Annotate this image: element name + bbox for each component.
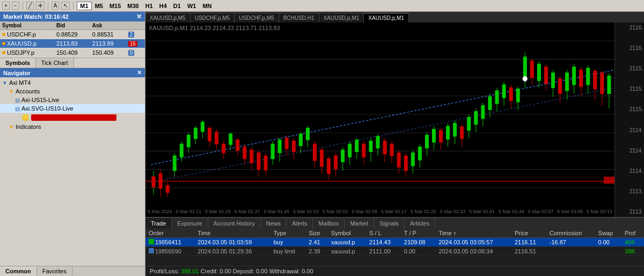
market-watch-title: Market Watch: 03:16:42 (3, 13, 69, 20)
tr-order-0: 19856411 (145, 238, 194, 247)
chart-tab-1[interactable]: USDCHF,p,M5 (191, 13, 235, 23)
tr-order-1: 19856590 (145, 247, 194, 256)
terminal-tab-signals[interactable]: Signals (374, 218, 405, 229)
timeframe-btn-m30[interactable]: M30 (124, 2, 142, 10)
toolbar-crosshair-btn[interactable]: ✛ (36, 2, 45, 10)
chart-container[interactable]: XAUUSD,p,M1 2114.23 2114.23 2113.71 2113… (145, 23, 644, 217)
chart-tab-4[interactable]: XAUUSD,p,M1 (319, 13, 364, 23)
time-label-12: 5 Mar 02:49 (499, 209, 524, 214)
svg-rect-53 (292, 141, 295, 152)
profit-loss-bar: Profit/Loss: 388.01 Credit: 0.00 Deposit… (145, 266, 644, 276)
time-label-7: 5 Mar 02:09 (352, 209, 377, 214)
svg-rect-113 (502, 85, 506, 98)
svg-rect-55 (299, 134, 302, 146)
navigator-close[interactable]: ✕ (137, 69, 142, 76)
toolbar-cursor-btn[interactable]: ↖ (61, 2, 70, 10)
svg-rect-61 (320, 150, 323, 166)
svg-rect-83 (397, 153, 400, 167)
col-ask: Ask (90, 21, 126, 30)
navigator-header: Navigator ✕ (0, 68, 145, 77)
svg-rect-123 (537, 64, 540, 81)
tr-symbol-1: xauusd.p (328, 247, 366, 256)
terminal-tab-articles[interactable]: Articles (405, 218, 435, 229)
toolbar-line-btn[interactable]: ╱ (26, 2, 34, 10)
terminal-tab-alerts[interactable]: Alerts (287, 218, 313, 229)
nav-icon-2: ▤ (15, 97, 20, 103)
terminal-row-19856411[interactable]: 19856411 2024.03.05 01:03:59 buy 2.41 xa… (145, 238, 644, 247)
market-watch-row-usdjpy.p[interactable]: USDJPY.p 150.409 150.409 0 (0, 48, 145, 57)
svg-rect-33 (222, 144, 225, 153)
nav-item-axi-svg-us10-live[interactable]: ▤Axi.SVG-US10-Live (0, 104, 145, 113)
nav-item-indicators[interactable]: ▼Indicators (0, 122, 145, 131)
svg-rect-139 (594, 71, 597, 89)
chart-tabs: XAUUSD,p,M5USDCHF,p,M5USDCHF,p,M5BCHUSD,… (145, 12, 644, 23)
chart-area: XAUUSD,p,M5USDCHF,p,M5USDCHF,p,M5BCHUSD,… (145, 12, 644, 217)
toolbar-text-btn[interactable]: A (52, 2, 60, 10)
terminal-tab-news[interactable]: News (261, 218, 287, 229)
toolbar-sep-2 (48, 2, 48, 10)
svg-rect-137 (587, 68, 590, 85)
svg-rect-59 (313, 144, 316, 161)
price-2115a: 2115. (616, 66, 643, 71)
terminal-tab-market[interactable]: Market (345, 218, 374, 229)
svg-rect-35 (229, 134, 232, 144)
time-label-0: 5 Mar 2024 (148, 209, 172, 214)
timeframe-btn-h4[interactable]: H4 (156, 2, 170, 10)
chart-tab-0[interactable]: XAUUSD,p,M5 (145, 13, 191, 23)
nav-item-46-------------[interactable]: 🪙46■■■■■■■■■■■■■ (0, 113, 145, 122)
terminal-tab-mailbox[interactable]: Mailbox (313, 218, 345, 229)
candlestick-chart (145, 23, 614, 206)
right-panel: XAUUSD,p,M5USDCHF,p,M5USDCHF,p,M5BCHUSD,… (145, 12, 644, 276)
bottom-nav-tabs: Common Favorites (0, 266, 145, 276)
chart-tab-5[interactable]: XAUUSD,p,M1 (364, 13, 409, 23)
market-watch-row-usdchf.p[interactable]: USDCHF.p 0.88529 0.88531 2 (0, 30, 145, 39)
chart-tab-3[interactable]: BCHUSD,H1 (279, 13, 319, 23)
chart-tab-2[interactable]: USDCHF,p,M5 (235, 13, 279, 23)
timeframe-btn-mn[interactable]: MN (199, 2, 215, 10)
nav-label-5: Indicators (16, 124, 41, 130)
nav-item-accounts[interactable]: ▼Accounts (0, 87, 145, 96)
price-axis: 2116. 2116. 2115. 2115. 2115. 2114. 2114… (614, 23, 644, 217)
tab-common[interactable]: Common (0, 266, 37, 276)
tr-profit-1: 388. (621, 247, 644, 256)
timeframe-btn-d1[interactable]: D1 (170, 2, 184, 10)
time-axis: 5 Mar 2024 5 Mar 01:21 5 Mar 01:29 5 Mar… (145, 206, 614, 217)
tr-closetime-1: 2024.03.05 03:06:34 (436, 247, 511, 256)
symbol-indicator-2 (2, 51, 5, 54)
timeframe-btn-h1[interactable]: H1 (142, 2, 156, 10)
svg-rect-51 (285, 138, 288, 149)
terminal-row-19856590[interactable]: 19856590 2024.03.05 01:29:36 buy limit 2… (145, 247, 644, 256)
svg-rect-107 (481, 105, 485, 118)
svg-rect-87 (411, 153, 414, 166)
nav-icon-1: ▼ (9, 89, 14, 95)
tab-tick-chart[interactable]: Tick Chart (36, 58, 74, 68)
terminal-tab-trade[interactable]: Trade (145, 218, 172, 229)
market-watch-close[interactable]: ✕ (136, 13, 142, 20)
timeframe-btn-m5[interactable]: M5 (92, 2, 106, 10)
price-2115c: 2115. (616, 106, 643, 112)
nav-item-axi-us15-live[interactable]: ▤Axi-US15-Live (0, 96, 145, 104)
nav-item-axi-mt4[interactable]: ▼Axi MT4 (0, 78, 145, 87)
mw-bid-0: 0.88529 (54, 30, 90, 39)
timeframe-btn-w1[interactable]: W1 (184, 2, 200, 10)
svg-rect-47 (271, 144, 274, 159)
toolbar-sep-1 (23, 2, 23, 10)
timeframe-btn-m1[interactable]: M1 (77, 2, 91, 10)
time-label-5: 5 Mar 01:53 (293, 209, 319, 214)
nav-tree: ▼Axi MT4▼Accounts▤Axi-US15-Live▤Axi.SVG-… (0, 77, 145, 266)
svg-rect-119 (523, 57, 526, 78)
credit-label: Credit: (201, 268, 219, 274)
terminal-tab-exposure[interactable]: Exposure (172, 218, 208, 229)
spread-badge-2: 0 (128, 50, 135, 56)
time-label-15: 5 Mar 03:13 (587, 209, 612, 214)
toolbar-minus-btn[interactable]: − (12, 2, 19, 10)
tab-favorites[interactable]: Favorites (37, 266, 72, 276)
toolbar-new-btn[interactable]: + (2, 2, 10, 10)
tab-symbols[interactable]: Symbols (0, 58, 36, 68)
svg-rect-121 (530, 61, 533, 78)
terminal-tab-history[interactable]: Account History (208, 218, 261, 229)
svg-rect-103 (467, 118, 471, 130)
timeframe-btn-m15[interactable]: M15 (106, 2, 124, 10)
market-watch-row-xauusd.p[interactable]: XAUUSD.p 2113.83 2113.99 16 (0, 39, 145, 48)
th-profit: Prof (621, 229, 644, 238)
